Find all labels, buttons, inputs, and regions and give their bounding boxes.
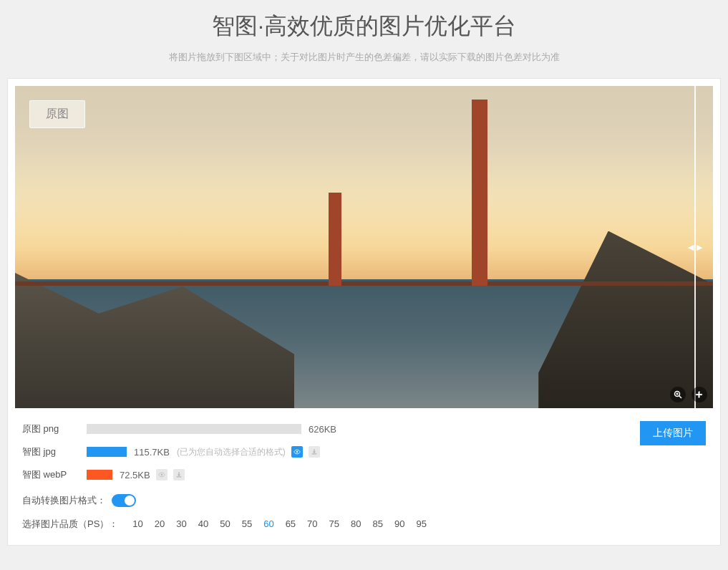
decorative-bridge-tower <box>330 193 340 286</box>
svg-point-5 <box>160 474 162 476</box>
page-subtitle: 将图片拖放到下图区域中；关于对比图片时产生的色差偏差，请以实际下载的图片色差对比… <box>0 51 728 64</box>
zoom-in-icon[interactable] <box>670 387 686 402</box>
decorative-bridge-tower <box>473 100 486 286</box>
size-bar-original <box>87 424 301 434</box>
toggle-label: 自动转换图片格式： <box>22 494 106 507</box>
image-compare-area[interactable]: 原图 ◀ ▶ <box>15 86 713 408</box>
quality-option-95[interactable]: 95 <box>412 517 430 531</box>
result-size: 115.7KB <box>134 447 170 458</box>
result-size: 626KB <box>309 424 336 435</box>
quality-option-20[interactable]: 20 <box>150 517 169 531</box>
quality-option-80[interactable]: 80 <box>346 517 365 531</box>
quality-option-50[interactable]: 50 <box>215 517 234 531</box>
chevron-left-icon: ◀ <box>688 243 694 252</box>
result-row-original: 原图 png 626KB <box>22 422 706 435</box>
auto-convert-row: 自动转换图片格式： <box>22 494 706 507</box>
result-label: 原图 png <box>22 422 87 435</box>
result-row-webp: 智图 webP 72.5KB <box>22 468 706 481</box>
result-hint: (已为您自动选择合适的格式) <box>177 446 286 458</box>
result-row-zhitu: 智图 jpg 115.7KB (已为您自动选择合适的格式) <box>22 445 706 458</box>
svg-point-4 <box>296 451 299 453</box>
quality-option-70[interactable]: 70 <box>303 517 321 531</box>
auto-convert-toggle[interactable] <box>112 494 136 507</box>
quality-option-40[interactable]: 40 <box>194 517 213 531</box>
size-bar-zhitu <box>87 447 127 457</box>
compare-slider-handle[interactable]: ◀ ▶ <box>688 240 702 254</box>
quality-label: 选择图片品质（PS）： <box>22 518 118 531</box>
quality-option-75[interactable]: 75 <box>325 517 344 531</box>
decorative-bridge-deck <box>15 281 713 286</box>
quality-option-55[interactable]: 55 <box>238 517 256 531</box>
quality-row: 选择图片品质（PS）： 1020304050556065707580859095 <box>22 517 706 531</box>
result-size: 72.5KB <box>120 470 150 480</box>
preview-icon[interactable] <box>156 469 168 480</box>
result-label: 智图 jpg <box>22 445 87 458</box>
results-section: 上传图片 原图 png 626KB 智图 jpg 115.7KB (已为您自动选… <box>15 408 713 538</box>
upload-button[interactable]: 上传图片 <box>640 421 706 445</box>
quality-option-60[interactable]: 60 <box>259 517 278 531</box>
main-panel: 原图 ◀ ▶ 上传图片 原图 png 626KB 智图 jpg 115. <box>7 78 721 546</box>
result-label: 智图 webP <box>22 468 87 481</box>
quality-option-10[interactable]: 10 <box>128 517 147 531</box>
quality-option-90[interactable]: 90 <box>390 517 409 531</box>
quality-option-85[interactable]: 85 <box>369 517 387 531</box>
original-image-badge: 原图 <box>29 100 85 128</box>
page-title: 智图·高效优质的图片优化平台 <box>0 11 728 42</box>
preview-icon[interactable] <box>291 446 303 458</box>
quality-option-30[interactable]: 30 <box>172 517 190 531</box>
compare-slider[interactable]: ◀ ▶ <box>694 86 696 408</box>
quality-option-65[interactable]: 65 <box>281 517 300 531</box>
svg-line-1 <box>679 396 682 399</box>
chevron-right-icon: ▶ <box>697 243 702 252</box>
download-icon[interactable] <box>173 469 185 480</box>
hand-drag-icon[interactable] <box>691 387 707 402</box>
size-bar-webp <box>87 470 112 480</box>
decorative-mountain <box>538 231 713 409</box>
download-icon[interactable] <box>309 446 320 458</box>
